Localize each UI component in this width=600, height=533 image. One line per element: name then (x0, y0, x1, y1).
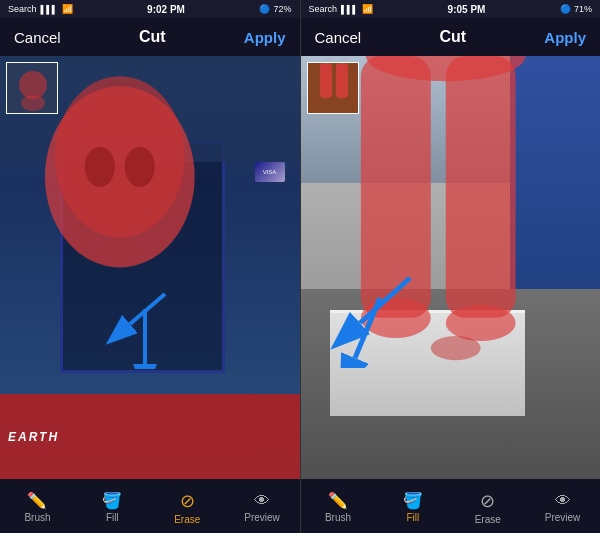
svg-point-3 (125, 147, 155, 187)
status-right-info-right: 🔵 71% (560, 4, 592, 14)
svg-point-13 (360, 298, 430, 338)
tool-erase-right[interactable]: ⊘ Erase (460, 490, 515, 525)
svg-rect-18 (336, 63, 348, 98)
image-area-right[interactable] (301, 56, 601, 479)
left-panel: Search ▌▌▌ 📶 9:02 PM 🔵 72% Cancel Cut Ap… (0, 0, 300, 533)
title-right: Cut (439, 28, 466, 46)
preview-label-right: Preview (545, 512, 581, 523)
svg-rect-17 (320, 63, 332, 98)
tool-fill-left[interactable]: 🪣 Fill (85, 491, 140, 523)
time-right: 9:05 PM (448, 4, 486, 15)
tool-erase-left[interactable]: ⊘ Erase (160, 490, 215, 525)
tool-brush-right[interactable]: ✏️ Brush (310, 491, 365, 523)
svg-point-15 (430, 336, 480, 360)
preview-icon-left: 👁 (254, 492, 270, 510)
apply-button-right[interactable]: Apply (544, 29, 586, 46)
svg-rect-16 (308, 63, 359, 114)
svg-point-2 (85, 147, 115, 187)
thumbnail-left (6, 62, 58, 114)
erase-icon-left: ⊘ (180, 490, 195, 512)
toolbar-left: Cancel Cut Apply (0, 18, 300, 56)
erase-label-left: Erase (174, 514, 200, 525)
image-area-left[interactable]: VISA EARTH (0, 56, 300, 479)
brush-icon-right: ✏️ (328, 491, 348, 510)
cancel-button-left[interactable]: Cancel (14, 29, 61, 46)
tool-brush-left[interactable]: ✏️ Brush (10, 491, 65, 523)
tool-preview-left[interactable]: 👁 Preview (235, 492, 290, 523)
svg-rect-11 (445, 56, 515, 318)
preview-label-left: Preview (244, 512, 280, 523)
erase-label-right: Erase (475, 514, 501, 525)
search-label-left: Search (8, 4, 37, 14)
red-overlay-svg-right (301, 56, 601, 479)
erase-icon-right: ⊘ (480, 490, 495, 512)
apply-button-left[interactable]: Apply (244, 29, 286, 46)
fill-icon-left: 🪣 (102, 491, 122, 510)
bottom-toolbar-right: ✏️ Brush 🪣 Fill ⊘ Erase 👁 Preview (301, 479, 601, 533)
brush-label-right: Brush (325, 512, 351, 523)
bottom-toolbar-left: ✏️ Brush 🪣 Fill ⊘ Erase 👁 Preview (0, 479, 300, 533)
fill-label-right: Fill (406, 512, 419, 523)
wifi-icon-right: 📶 (362, 4, 373, 14)
status-left-info: Search ▌▌▌ 📶 (8, 4, 73, 14)
signal-icon-right: ▌▌▌ (341, 5, 358, 14)
thumbnail-right (307, 62, 359, 114)
tool-preview-right[interactable]: 👁 Preview (535, 492, 590, 523)
tool-fill-right[interactable]: 🪣 Fill (385, 491, 440, 523)
search-label-right: Search (309, 4, 338, 14)
brush-label-left: Brush (24, 512, 50, 523)
signal-icon-left: ▌▌▌ (41, 5, 58, 14)
fill-label-left: Fill (106, 512, 119, 523)
cancel-button-right[interactable]: Cancel (315, 29, 362, 46)
right-panel: Search ▌▌▌ 📶 9:05 PM 🔵 71% Cancel Cut Ap… (301, 0, 601, 533)
title-left: Cut (139, 28, 166, 46)
svg-point-5 (19, 71, 47, 99)
brush-icon-left: ✏️ (27, 491, 47, 510)
toolbar-right: Cancel Cut Apply (301, 18, 601, 56)
battery-left: 72% (273, 4, 291, 14)
svg-point-14 (445, 305, 515, 341)
svg-point-6 (21, 95, 45, 111)
red-overlay-svg-left (0, 56, 300, 479)
wifi-icon-left: 📶 (62, 4, 73, 14)
svg-point-1 (55, 76, 185, 237)
time-left: 9:02 PM (147, 4, 185, 15)
status-bar-left: Search ▌▌▌ 📶 9:02 PM 🔵 72% (0, 0, 300, 18)
status-left-info-right: Search ▌▌▌ 📶 (309, 4, 374, 14)
bt-icon-left: 🔵 (259, 4, 270, 14)
thumbnail-svg-right (308, 63, 359, 114)
svg-rect-10 (360, 56, 430, 318)
status-right-info-left: 🔵 72% (259, 4, 291, 14)
status-bar-right: Search ▌▌▌ 📶 9:05 PM 🔵 71% (301, 0, 601, 18)
fill-icon-right: 🪣 (403, 491, 423, 510)
bt-icon-right: 🔵 (560, 4, 571, 14)
thumbnail-svg-left (7, 63, 58, 114)
battery-right: 71% (574, 4, 592, 14)
preview-icon-right: 👁 (555, 492, 571, 510)
